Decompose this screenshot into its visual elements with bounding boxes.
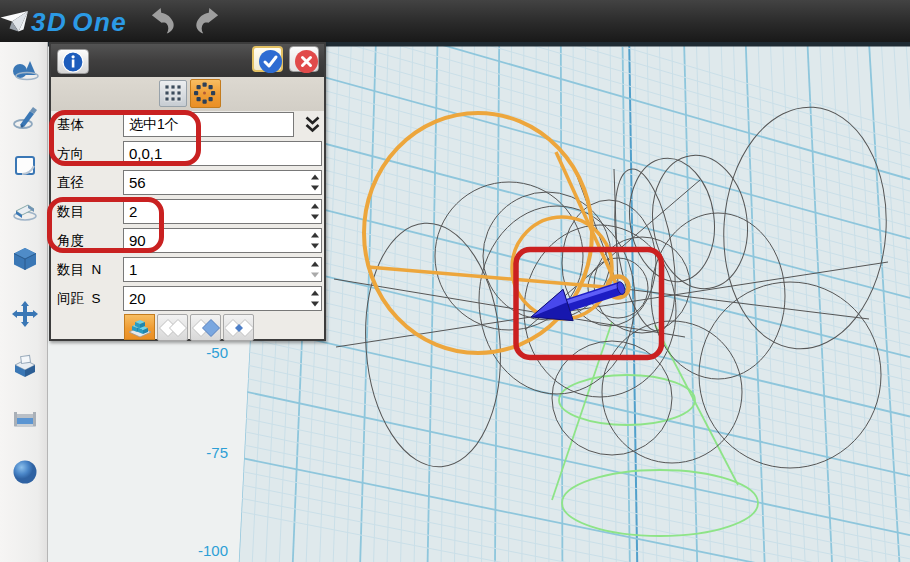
svg-text:-50: -50: [206, 344, 228, 361]
svg-text:-75: -75: [206, 444, 228, 461]
svg-text:-100: -100: [198, 542, 228, 559]
